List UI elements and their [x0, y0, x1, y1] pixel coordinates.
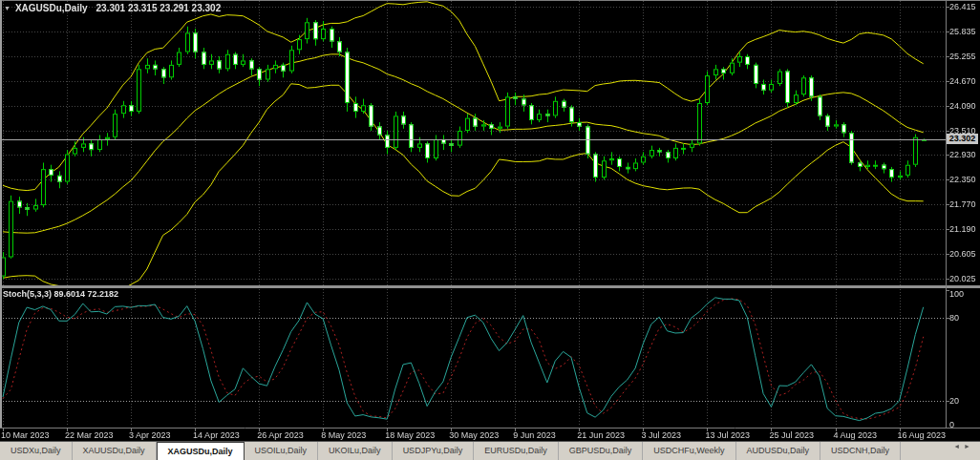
date-axis-label: 18 May 2023 [385, 431, 435, 440]
tab-usdxu[interactable]: USDXu,Daily [0, 442, 73, 460]
price-axis-label: 22.350 [949, 176, 976, 184]
date-axis-label: 9 Jun 2023 [513, 431, 556, 440]
stoch-axis-label: 80 [949, 314, 959, 323]
stoch-axis-label: 0 [949, 421, 954, 429]
date-axis-label: 26 Apr 2023 [257, 431, 304, 440]
price-axis-label: 26.415 [949, 3, 976, 11]
date-axis-label: 10 Mar 2023 [1, 431, 50, 440]
date-axis-label: 30 May 2023 [449, 431, 499, 440]
tab-scroll-arrows[interactable]: ◄► [953, 443, 974, 450]
date-axis-label: 21 Jun 2023 [577, 431, 625, 440]
current-price-badge: 23.302 [947, 134, 978, 144]
price-axis-label: 20.605 [949, 250, 976, 259]
price-axis-label: 24.670 [949, 77, 976, 86]
price-axis-label: 22.930 [949, 151, 976, 159]
price-axis-label: 20.025 [949, 275, 976, 283]
tab-ukoilu[interactable]: UKOILu,Daily [318, 442, 393, 460]
tab-scroll-right-icon[interactable]: ► [964, 443, 974, 450]
date-axis-label: 3 Jul 2023 [641, 431, 681, 440]
tab-usdchfu[interactable]: USDCHFu,Weekly [643, 442, 735, 460]
tab-usoilu[interactable]: USOILu,Daily [245, 442, 319, 460]
price-chart-canvas[interactable] [0, 0, 980, 441]
date-axis-label: 8 May 2023 [321, 431, 366, 440]
date-axis-label: 3 Apr 2023 [129, 431, 171, 440]
tab-scroll-left-icon[interactable]: ◄ [953, 443, 964, 450]
price-axis-label: 25.835 [949, 28, 976, 36]
date-axis-label: 13 Jul 2023 [705, 431, 750, 440]
trading-chart-window: ▼XAGUSDu,Daily23.301 23.315 23.291 23.30… [0, 0, 980, 460]
price-axis-label: 24.090 [949, 102, 976, 111]
date-axis-label: 22 Mar 2023 [65, 431, 114, 440]
tab-gbpusdu[interactable]: GBPUSDu,Daily [559, 442, 644, 460]
tab-usdcnh[interactable]: USDCNH,Daily [820, 442, 901, 460]
price-axis-label: 25.255 [949, 52, 976, 61]
tab-usdjpyu[interactable]: USDJPYu,Daily [393, 442, 475, 460]
stoch-axis-label: 20 [949, 397, 959, 406]
tab-xagusdu[interactable]: XAGUSDu,Daily [157, 442, 245, 460]
tab-eurusdu[interactable]: EURUSDu,Daily [474, 442, 559, 460]
date-axis-label: 16 Aug 2023 [898, 431, 947, 440]
price-axis-label: 21.770 [949, 200, 976, 209]
date-axis-label: 25 Jul 2023 [769, 431, 814, 440]
tab-audusdu[interactable]: AUDUSDu,Daily [736, 442, 821, 460]
symbol-tab-bar: USDXu,DailyXAUUSDu,DailyXAGUSDu,DailyUSO… [0, 441, 980, 460]
date-axis-label: 4 Aug 2023 [834, 431, 878, 440]
price-axis-label: 21.190 [949, 225, 976, 234]
stoch-axis-label: 100 [949, 290, 964, 299]
tab-xauusdu[interactable]: XAUUSDu,Daily [73, 442, 157, 460]
date-axis-label: 14 Apr 2023 [193, 431, 240, 440]
